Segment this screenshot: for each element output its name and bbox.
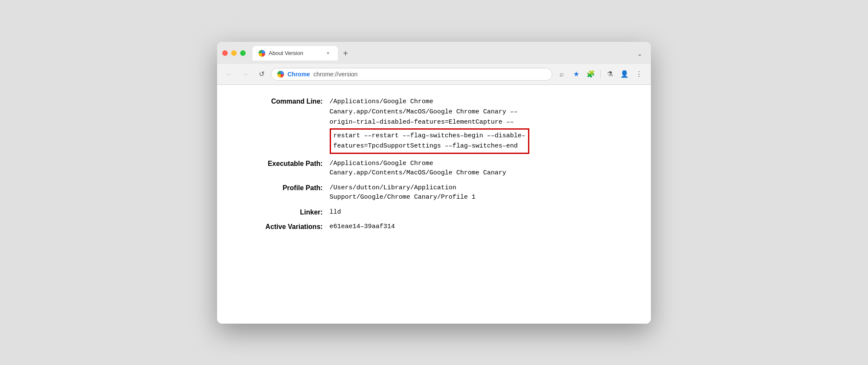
nav-divider (600, 70, 601, 78)
lab-button[interactable]: ⚗ (603, 67, 617, 81)
tab-title: About Version (269, 50, 321, 56)
tab-bar: About Version × + ⌄ (253, 46, 646, 61)
command-line-text-1: /Applications/Google Chrome (330, 97, 637, 107)
active-variations-row: Active Variations: e61eae14–39aaf314 (231, 222, 637, 237)
profile-path-line1: /Users/dutton/Library/Application (330, 183, 637, 193)
executable-path-row: Executable Path: /Applications/Google Ch… (231, 159, 637, 183)
linker-label: Linker: (231, 208, 330, 223)
linker-row: Linker: lld (231, 208, 637, 223)
profile-path-value: /Users/dutton/Library/Application Suppor… (330, 183, 637, 208)
search-button[interactable]: ⌕ (555, 67, 569, 81)
executable-path-value: /Applications/Google Chrome Canary.app/C… (330, 159, 637, 183)
command-line-highlighted: restart ––restart ––flag–switches–begin … (330, 128, 529, 154)
executable-path-line2: Canary.app/Contents/MacOS/Google Chrome … (330, 168, 637, 178)
profile-path-line2: Support/Google/Chrome Canary/Profile 1 (330, 193, 637, 203)
address-favicon-icon (277, 71, 284, 78)
bookmark-button[interactable]: ★ (569, 67, 583, 81)
new-tab-button[interactable]: + (340, 48, 351, 60)
info-table: Command Line: /Applications/Google Chrom… (231, 97, 637, 237)
linker-value: lld (330, 208, 637, 223)
active-variations-label: Active Variations: (231, 222, 330, 237)
navigation-bar: ← → ↺ Chrome chrome://version ⌕ ★ 🧩 ⚗ 👤 … (217, 64, 651, 85)
command-line-highlight-2: features=TpcdSupportSettings ––flag–swit… (334, 141, 525, 151)
forward-button[interactable]: → (238, 67, 252, 81)
command-line-highlight-1: restart ––restart ––flag–switches–begin … (334, 131, 525, 141)
tab-close-button[interactable]: × (324, 49, 332, 57)
command-line-text-3: origin–trial–disabled–features=ElementCa… (330, 117, 637, 127)
active-tab[interactable]: About Version × (253, 46, 338, 61)
browser-window: About Version × + ⌄ ← → ↺ Chrome chrome:… (217, 42, 651, 324)
page-content: Command Line: /Applications/Google Chrom… (217, 85, 651, 324)
profile-path-label: Profile Path: (231, 183, 330, 208)
refresh-button[interactable]: ↺ (255, 67, 268, 81)
close-button[interactable] (222, 50, 228, 56)
command-line-value: /Applications/Google Chrome Canary.app/C… (330, 97, 637, 159)
executable-path-label: Executable Path: (231, 159, 330, 183)
command-line-row: Command Line: /Applications/Google Chrom… (231, 97, 637, 159)
window-controls (222, 50, 246, 56)
minimize-button[interactable] (231, 50, 237, 56)
address-bar[interactable]: Chrome chrome://version (271, 68, 552, 81)
executable-path-line1: /Applications/Google Chrome (330, 159, 637, 169)
address-url: chrome://version (314, 71, 357, 78)
nav-actions: ⌕ ★ 🧩 ⚗ 👤 ⋮ (555, 67, 646, 81)
profile-path-row: Profile Path: /Users/dutton/Library/Appl… (231, 183, 637, 208)
command-line-label: Command Line: (231, 97, 330, 159)
active-variations-value: e61eae14–39aaf314 (330, 222, 637, 237)
address-brand: Chrome (287, 71, 310, 78)
maximize-button[interactable] (240, 50, 246, 56)
menu-button[interactable]: ⋮ (632, 67, 646, 81)
command-line-text-2: Canary.app/Contents/MacOS/Google Chrome … (330, 107, 637, 117)
back-button[interactable]: ← (222, 67, 236, 81)
tab-favicon-icon (258, 50, 265, 57)
extensions-button[interactable]: 🧩 (584, 67, 598, 81)
profile-button[interactable]: 👤 (618, 67, 631, 81)
title-bar: About Version × + ⌄ (217, 42, 651, 64)
tab-list-button[interactable]: ⌄ (634, 49, 646, 59)
